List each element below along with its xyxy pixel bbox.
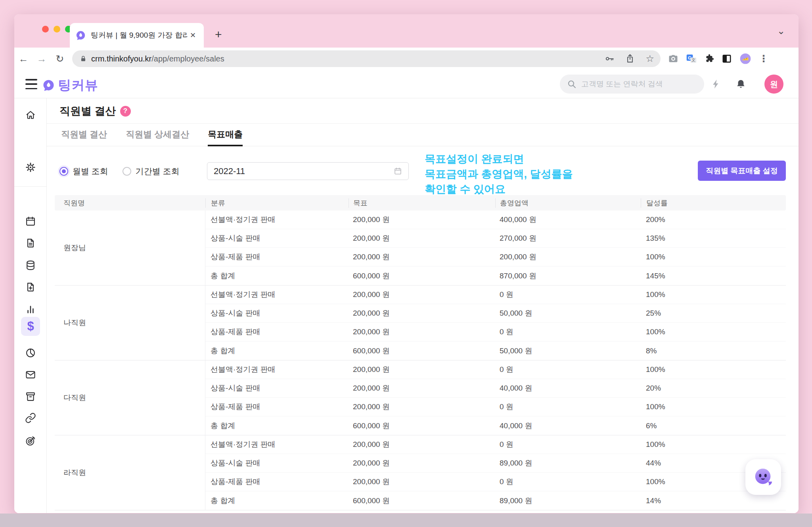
share-icon[interactable] bbox=[625, 54, 635, 64]
global-search[interactable] bbox=[560, 75, 704, 94]
sidebar-item-file-plus[interactable] bbox=[25, 282, 36, 293]
user-avatar[interactable]: 원 bbox=[764, 75, 783, 94]
sidebar-item-link[interactable] bbox=[25, 412, 36, 424]
cell-sales: 50,000 원 bbox=[495, 308, 641, 318]
minimize-window-button[interactable] bbox=[54, 26, 60, 33]
cell-target: 200,000 원 bbox=[349, 477, 495, 487]
url-domain: crm.thinkofyou.kr bbox=[91, 54, 151, 63]
col-header-category: 분류 bbox=[205, 198, 349, 208]
month-picker-input[interactable] bbox=[214, 166, 394, 176]
lightning-icon[interactable] bbox=[710, 79, 722, 90]
address-bar[interactable]: crm.thinkofyou.kr/app/employee/sales ☆ bbox=[72, 50, 661, 67]
cell-sales: 870,000 원 bbox=[495, 271, 641, 281]
sidebar-item-bar-chart[interactable] bbox=[25, 304, 36, 315]
cell-target: 200,000 원 bbox=[349, 439, 495, 450]
refresh-button[interactable]: ↻ bbox=[51, 53, 69, 65]
set-target-sales-button[interactable]: 직원별 목표매출 설정 bbox=[698, 161, 786, 181]
month-picker[interactable] bbox=[207, 162, 409, 180]
table-row: 상품-시술 판매200,000 원89,000 원44% bbox=[205, 454, 786, 473]
cell-target: 200,000 원 bbox=[349, 327, 495, 337]
favicon-speech-bubble-icon bbox=[75, 30, 86, 41]
cell-rate: 20% bbox=[641, 384, 786, 393]
desktop-background: 팅커뷰 | 월 9,900원 가장 합리적인 ✕ + ⌄ ← → ↻ crm.t… bbox=[0, 0, 812, 527]
app-logo[interactable]: 팅커뷰 bbox=[42, 77, 98, 94]
table-row: 선불액·정기권 판매200,000 원0 원100% bbox=[205, 286, 786, 304]
sidebar-item-target[interactable] bbox=[25, 435, 36, 447]
back-button[interactable]: ← bbox=[14, 53, 33, 65]
gear-icon bbox=[25, 162, 36, 173]
cell-sales: 0 원 bbox=[495, 402, 641, 412]
browser-menu-icon[interactable]: ⋮ bbox=[759, 53, 768, 64]
cell-target: 200,000 원 bbox=[349, 289, 495, 300]
sidebar-item-sales[interactable]: $ bbox=[25, 321, 36, 332]
annotation-line-3: 확인할 수 있어요 bbox=[425, 182, 573, 197]
cell-rate: 100% bbox=[641, 328, 786, 336]
bookmark-star-icon[interactable]: ☆ bbox=[645, 53, 654, 64]
sidebar-item-pie-chart[interactable] bbox=[25, 347, 36, 358]
sidebar-item-home[interactable] bbox=[25, 109, 36, 121]
tab-employee-detail-settlement[interactable]: 직원별 상세결산 bbox=[126, 124, 189, 146]
camera-extension-icon[interactable] bbox=[668, 53, 679, 64]
notifications-bell-icon[interactable] bbox=[735, 79, 747, 90]
table-row: 상품-제품 판매200,000 원0 원100% bbox=[205, 398, 786, 416]
employee-name: 원장님 bbox=[55, 211, 205, 285]
sidebar-item-mail[interactable] bbox=[25, 369, 36, 380]
radio-monthly-lookup[interactable]: 월별 조회 bbox=[59, 166, 108, 177]
sidebar-item-settings[interactable] bbox=[25, 162, 36, 173]
cell-category: 선불액·정기권 판매 bbox=[205, 439, 349, 450]
archive-box-icon bbox=[25, 391, 36, 402]
cell-rate: 145% bbox=[641, 272, 786, 280]
tab-employee-settlement[interactable]: 직원별 결산 bbox=[61, 124, 107, 146]
radio-unselected-icon bbox=[123, 167, 131, 176]
lookup-mode-radios: 월별 조회 기간별 조회 bbox=[59, 166, 180, 177]
cell-rate: 100% bbox=[641, 440, 786, 449]
help-badge[interactable]: ? bbox=[120, 106, 131, 117]
cell-rate: 100% bbox=[641, 253, 786, 261]
sidebar-item-calendar[interactable] bbox=[25, 216, 36, 227]
cell-rate: 200% bbox=[641, 215, 786, 224]
table-row-total: 총 합계600,000 원50,000 원8% bbox=[205, 341, 786, 360]
bar-chart-icon bbox=[25, 304, 36, 315]
chat-widget-button[interactable] bbox=[745, 459, 781, 495]
profile-avatar-cheese-icon[interactable] bbox=[739, 52, 752, 65]
cell-rate: 100% bbox=[641, 290, 786, 299]
employee-group: 원장님 선불액·정기권 판매200,000 원400,000 원200% 상품-… bbox=[55, 211, 786, 286]
close-window-button[interactable] bbox=[42, 26, 49, 33]
cell-sales: 200,000 원 bbox=[495, 252, 641, 262]
cell-sales: 40,000 원 bbox=[495, 421, 641, 431]
extensions-puzzle-icon[interactable] bbox=[704, 54, 714, 64]
translate-extension-icon[interactable]: G文 bbox=[686, 53, 697, 64]
cell-category: 상품-제품 판매 bbox=[205, 402, 349, 412]
tab-target-sales[interactable]: 목표매출 bbox=[208, 124, 243, 146]
calendar-icon bbox=[394, 167, 402, 175]
sidebar-item-database[interactable] bbox=[25, 260, 36, 271]
main-content: 직원별 결산 ? 직원별 결산 직원별 상세결산 목표매출 월별 조회 기간별 … bbox=[47, 98, 799, 513]
page-title: 직원별 결산 bbox=[59, 104, 116, 118]
tab-search-chevron-icon[interactable]: ⌄ bbox=[777, 25, 785, 36]
employee-name: 다직원 bbox=[55, 360, 205, 435]
password-key-icon[interactable] bbox=[604, 54, 615, 64]
side-panel-icon[interactable] bbox=[722, 54, 732, 64]
app-header: 팅커뷰 원 bbox=[14, 70, 799, 98]
cell-target: 600,000 원 bbox=[349, 421, 495, 431]
cell-rate: 6% bbox=[641, 422, 786, 430]
radio-period-label: 기간별 조회 bbox=[136, 166, 180, 177]
radio-selected-icon bbox=[59, 167, 68, 176]
sidebar-item-archive[interactable] bbox=[25, 391, 36, 402]
table-row: 상품-시술 판매200,000 원50,000 원25% bbox=[205, 304, 786, 323]
forward-button[interactable]: → bbox=[33, 53, 51, 65]
table-row: 선불액·정기권 판매200,000 원400,000 원200% bbox=[205, 211, 786, 229]
dollar-icon: $ bbox=[27, 321, 34, 332]
sidebar-item-document[interactable] bbox=[25, 238, 36, 249]
cell-rate: 14% bbox=[641, 496, 786, 505]
svg-text:文: 文 bbox=[691, 57, 696, 62]
tab-close-icon[interactable]: ✕ bbox=[188, 30, 198, 40]
radio-period-lookup[interactable]: 기간별 조회 bbox=[123, 166, 180, 177]
employee-group: 다직원 선불액·정기권 판매200,000 원0 원100% 상품-시술 판매2… bbox=[55, 360, 786, 435]
search-input[interactable] bbox=[581, 80, 692, 88]
annotation-line-1: 목표설정이 완료되면 bbox=[425, 151, 573, 167]
browser-tab[interactable]: 팅커뷰 | 월 9,900원 가장 합리적인 ✕ bbox=[70, 23, 204, 48]
hamburger-menu-icon[interactable] bbox=[25, 79, 37, 89]
browser-toolbar: ← → ↻ crm.thinkofyou.kr/app/employee/sal… bbox=[14, 48, 799, 70]
new-tab-button[interactable]: + bbox=[215, 29, 222, 40]
